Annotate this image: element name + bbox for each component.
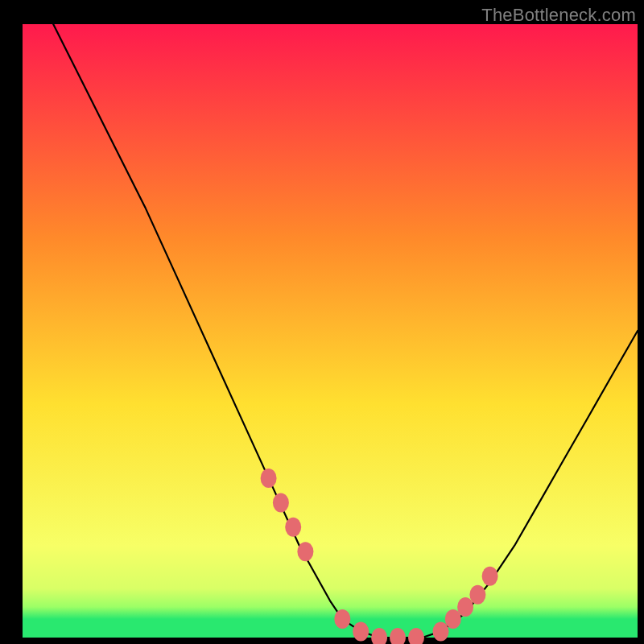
- chart-frame: TheBottleneck.com: [0, 0, 644, 644]
- curve-marker: [353, 621, 369, 641]
- curve-marker: [457, 597, 473, 617]
- curve-marker: [469, 585, 485, 605]
- curve-marker: [482, 567, 498, 586]
- curve-marker: [261, 469, 277, 488]
- bottleneck-chart: [0, 0, 644, 644]
- curve-marker: [297, 542, 313, 561]
- curve-marker: [273, 493, 289, 512]
- watermark-text: TheBottleneck.com: [481, 5, 636, 26]
- curve-marker: [433, 621, 449, 641]
- curve-marker: [334, 609, 350, 629]
- plot-background: [23, 24, 638, 638]
- curve-marker: [445, 609, 461, 629]
- curve-marker: [285, 518, 301, 537]
